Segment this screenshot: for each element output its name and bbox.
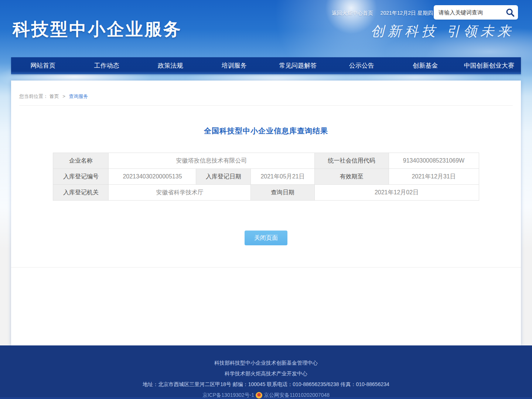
return-torch-home-link[interactable]: 返回火炬中心首页	[332, 10, 373, 16]
breadcrumb-divider	[19, 105, 513, 106]
header-top-links: 返回火炬中心首页 2021年12月2日 星期四	[332, 10, 433, 17]
label-registration-number: 入库登记编号	[53, 169, 109, 185]
nav-item-training[interactable]: 培训服务	[202, 57, 266, 74]
breadcrumb: 您当前位置： 首页 > 查询服务	[11, 81, 521, 105]
current-date: 2021年12月2日 星期四	[381, 10, 433, 16]
button-row: 关闭页面	[11, 231, 521, 245]
label-credit-code: 统一社会信用代码	[314, 153, 389, 169]
police-badge-icon	[256, 392, 262, 399]
nav-item-competition[interactable]: 中国创新创业大赛	[457, 57, 521, 74]
nav-item-innovation-fund[interactable]: 创新基金	[393, 57, 457, 74]
label-valid-until: 有效期至	[314, 169, 389, 185]
search-icon[interactable]	[505, 8, 515, 17]
breadcrumb-current-link[interactable]: 查询服务	[69, 93, 88, 99]
footer-org-line1: 科技部科技型中小企业技术创新基金管理中心	[0, 358, 532, 368]
value-registration-date: 2021年05月21日	[251, 169, 314, 185]
label-company-name: 企业名称	[53, 153, 109, 169]
footer-org-line2: 科学技术部火炬高技术产业开发中心	[0, 368, 532, 379]
label-registration-date: 入库登记日期	[196, 169, 251, 185]
main-nav: 网站首页 工作动态 政策法规 培训服务 常见问题解答 公示公告 创新基金 中国创…	[11, 57, 521, 74]
footer-address-line: 地址：北京市西城区三里河二区甲18号 邮编：100045 联系电话：010-88…	[0, 379, 532, 390]
nav-item-policies[interactable]: 政策法规	[139, 57, 202, 74]
table-row: 入库登记编号 202134030200005135 入库登记日期 2021年05…	[53, 169, 479, 185]
value-credit-code: 91340300085231069W	[389, 153, 479, 169]
footer-icp-line: 京ICP备13019302号-1 京公网安备11010202007048	[0, 390, 532, 399]
slogan-text: 创新科技 引领未来	[371, 22, 514, 41]
main-card: 您当前位置： 首页 > 查询服务 全国科技型中小企业信息库查询结果 企业名称 安…	[11, 81, 521, 345]
site-logo: 科技型中小企业服务	[13, 18, 182, 41]
table-row: 入库登记机关 安徽省科学技术厅 查询日期 2021年12月02日	[53, 185, 479, 201]
value-query-date: 2021年12月02日	[314, 185, 479, 201]
value-registration-authority: 安徽省科学技术厅	[109, 185, 251, 201]
close-page-button[interactable]: 关闭页面	[245, 231, 287, 245]
page-title: 全国科技型中小企业信息库查询结果	[11, 126, 521, 136]
site-header: 科技型中小企业服务 返回火炬中心首页 2021年12月2日 星期四 创新科技 引…	[0, 0, 532, 57]
value-valid-until: 2021年12月31日	[389, 169, 479, 185]
nav-item-home[interactable]: 网站首页	[11, 57, 75, 74]
breadcrumb-home-link[interactable]: 首页	[50, 93, 59, 99]
breadcrumb-separator: >	[62, 93, 65, 99]
table-row: 企业名称 安徽塔孜信息技术有限公司 统一社会信用代码 9134030008523…	[53, 153, 479, 169]
label-registration-authority: 入库登记机关	[53, 185, 109, 201]
nav-item-work-news[interactable]: 工作动态	[75, 57, 139, 74]
value-registration-number: 202134030200005135	[109, 169, 196, 185]
result-table: 企业名称 安徽塔孜信息技术有限公司 统一社会信用代码 9134030008523…	[53, 153, 479, 201]
search-box	[434, 5, 518, 20]
page: 科技型中小企业服务 返回火炬中心首页 2021年12月2日 星期四 创新科技 引…	[0, 0, 532, 399]
label-query-date: 查询日期	[251, 185, 314, 201]
police-record-link[interactable]: 京公网安备11010202007048	[264, 390, 330, 399]
value-company-name: 安徽塔孜信息技术有限公司	[109, 153, 314, 169]
breadcrumb-prefix: 您当前位置：	[19, 93, 48, 99]
nav-item-announcements[interactable]: 公示公告	[330, 57, 394, 74]
result-content: 全国科技型中小企业信息库查询结果 企业名称 安徽塔孜信息技术有限公司 统一社会信…	[11, 126, 521, 267]
site-footer: 科技部科技型中小企业技术创新基金管理中心 科学技术部火炬高技术产业开发中心 地址…	[0, 345, 532, 399]
icp-license-link[interactable]: 京ICP备13019302号-1	[202, 390, 254, 399]
nav-item-faq[interactable]: 常见问题解答	[266, 57, 330, 74]
